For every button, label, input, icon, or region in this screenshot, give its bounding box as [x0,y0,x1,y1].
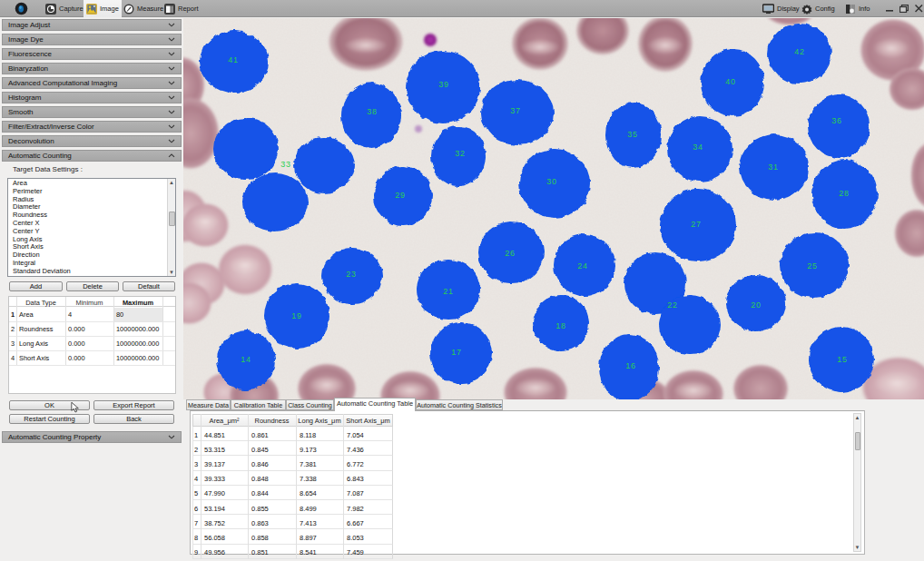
svg-text:31: 31 [768,162,779,172]
svg-text:38: 38 [367,107,378,116]
svg-text:37: 37 [510,106,521,115]
svg-text:35: 35 [627,130,638,139]
svg-text:34: 34 [693,143,703,152]
svg-text:15: 15 [837,355,848,364]
svg-text:25: 25 [807,261,818,271]
svg-text:28: 28 [839,189,850,198]
svg-text:36: 36 [831,116,842,125]
svg-text:29: 29 [395,191,406,200]
svg-text:33: 33 [280,160,291,169]
svg-text:27: 27 [691,220,702,229]
svg-text:23: 23 [346,270,357,279]
svg-text:42: 42 [794,47,805,56]
svg-text:17: 17 [451,348,462,357]
svg-text:14: 14 [241,355,251,364]
svg-text:39: 39 [438,80,449,89]
svg-text:40: 40 [725,77,736,86]
svg-text:41: 41 [228,55,239,64]
svg-text:24: 24 [577,261,588,271]
svg-text:20: 20 [751,300,762,310]
svg-text:19: 19 [291,311,302,320]
svg-text:16: 16 [625,361,636,370]
svg-text:18: 18 [555,321,566,330]
svg-text:21: 21 [443,287,454,296]
svg-text:30: 30 [546,177,557,186]
svg-text:32: 32 [455,149,466,158]
svg-text:22: 22 [667,300,678,310]
svg-text:26: 26 [505,249,516,258]
